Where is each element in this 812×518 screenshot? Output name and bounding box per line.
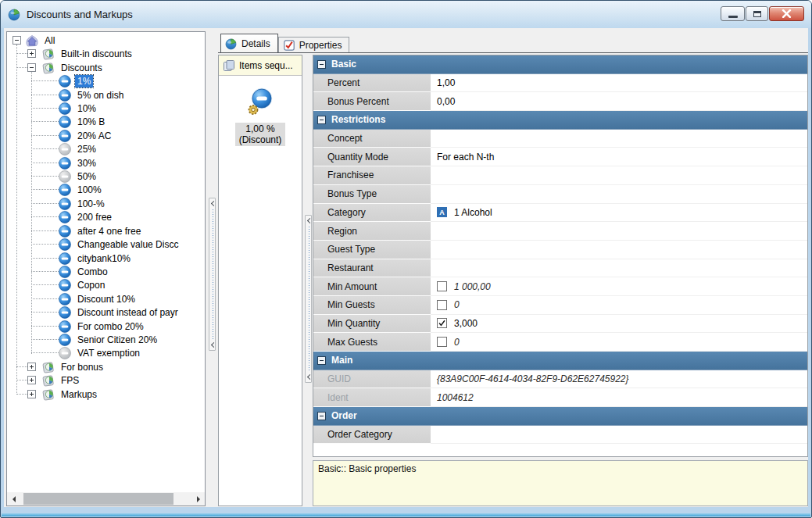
collapse-minus-icon[interactable] [27,63,36,72]
collapse-minus-icon[interactable] [13,36,21,45]
checkbox-unchecked-icon[interactable] [437,300,447,310]
section-header[interactable]: Main [313,352,807,370]
property-value-cell[interactable] [431,222,807,241]
tree-item-label[interactable]: 1% [75,75,93,88]
minimize-button[interactable] [721,6,745,21]
expand-plus-icon[interactable] [27,390,36,398]
collapse-section-icon[interactable] [317,412,326,420]
tree-item[interactable]: VAT exemption [9,346,203,359]
checkbox-unchecked-icon[interactable] [437,281,447,291]
tree-item-label[interactable]: 25% [75,143,98,155]
tree-item[interactable]: 200 free [9,210,203,223]
scrollbar-thumb[interactable] [23,493,173,505]
property-value-cell[interactable] [431,241,807,259]
tree-item[interactable]: Built-in discounts [9,47,203,60]
tree-item-label[interactable]: Discounts [59,62,105,74]
property-value-cell[interactable]: 0 [431,333,807,352]
property-value-cell[interactable] [431,130,807,148]
tree-item-label[interactable]: For bonus [59,361,106,373]
tree-item[interactable]: 5% on dish [9,88,203,102]
tree-item[interactable]: Discounts [9,61,203,74]
tree-item-label[interactable]: Built-in discounts [59,48,134,60]
tree-item[interactable]: after 4 one free [9,224,203,238]
scroll-left-button[interactable] [7,492,20,505]
property-value-cell[interactable] [431,426,807,445]
tree-item-label[interactable]: Discount instead of payr [75,306,181,319]
checkbox-checked-icon[interactable] [437,318,447,328]
close-button[interactable] [769,6,804,21]
collapse-section-icon[interactable] [317,116,326,124]
tree-item[interactable]: Discount instead of payr [9,305,203,319]
property-value-cell[interactable]: 1004612 [431,388,807,407]
scroll-right-button[interactable] [191,492,205,505]
tree-item-label[interactable]: 5% on dish [75,89,126,102]
property-value-cell[interactable]: For each N-th [431,148,807,166]
tree-item-label[interactable]: 100% [75,184,104,196]
expand-plus-icon[interactable] [27,376,36,384]
discount-item[interactable]: 1,00 % (Discount) [219,87,302,146]
section-header[interactable]: Basic [313,55,807,74]
tree-item-label[interactable]: Changeable value Discc [75,238,181,251]
tab-details[interactable]: Details [220,34,278,53]
section-header[interactable]: Restrictions [313,111,807,130]
checkbox-unchecked-icon[interactable] [437,337,447,347]
tree-item-label[interactable]: For combo 20% [75,320,146,333]
property-value-cell[interactable] [431,166,807,185]
tree-item[interactable]: 10% B [9,115,203,128]
tree-item[interactable]: 50% [9,170,203,183]
section-header[interactable]: Order [313,407,807,426]
tree-item[interactable]: 30% [9,156,203,170]
tree-item[interactable]: All [9,34,203,47]
tree-item-label[interactable]: Senior Citizen 20% [75,334,159,346]
property-value-cell[interactable]: 1 000,00 [431,277,807,296]
tree-item[interactable]: For combo 20% [9,320,203,333]
grid-splitter-handle[interactable] [305,215,312,383]
property-value-cell[interactable] [431,185,807,204]
tree-item[interactable]: Markups [9,388,203,401]
titlebar[interactable]: Discounts and Markups [1,1,811,28]
restore-button[interactable] [746,6,768,21]
tree-item-label[interactable]: 50% [75,170,98,183]
tree-item[interactable]: 100% [9,183,203,196]
collapse-section-icon[interactable] [317,356,326,365]
tree-item-label[interactable]: FPS [59,374,81,387]
tree-item-label[interactable]: Combo [75,266,110,278]
tree-item[interactable]: Combo [9,265,203,278]
tree-item[interactable]: 10% [9,102,203,115]
tree-item-label[interactable]: after 4 one free [75,225,143,238]
tree-item-label[interactable]: citybank10% [75,252,133,265]
tree-item-label[interactable]: VAT exemption [75,347,142,359]
property-value-cell[interactable]: {83A9C00F-4614-4034-82F9-D62E62745922} [431,370,807,389]
property-value-cell[interactable]: 3,000 [431,315,807,334]
tree-item[interactable]: For bonus [9,360,203,373]
tree-item-label[interactable]: 100-% [75,198,107,210]
tree-item-label[interactable]: 200 free [75,211,114,223]
tree-item[interactable]: Changeable value Discc [9,238,203,251]
tree-item[interactable]: Copon [9,278,203,291]
expand-plus-icon[interactable] [27,363,36,371]
tree-item-label[interactable]: 10% B [75,116,107,128]
property-value-cell[interactable]: A1 Alcohol [431,204,807,223]
tab-properties[interactable]: Properties [278,37,350,53]
tree-item[interactable]: FPS [9,373,203,387]
tree-item-label[interactable]: Copon [75,279,107,291]
tree-item[interactable]: citybank10% [9,252,203,265]
tree-item-label[interactable]: Discount 10% [75,293,138,305]
collapse-section-icon[interactable] [317,60,326,69]
tree-item-label[interactable]: 30% [75,157,98,170]
tree-splitter-handle[interactable] [209,198,216,351]
tree-horizontal-scrollbar[interactable] [7,492,205,505]
expand-plus-icon[interactable] [27,49,36,58]
tree-item-label[interactable]: 10% [75,102,98,115]
tree-item-label[interactable]: All [42,34,57,47]
tree-item[interactable]: 100-% [9,197,203,210]
tree-item[interactable]: 1% [9,74,203,88]
property-value-cell[interactable]: 0,00 [431,92,807,111]
tree-item-label[interactable]: 20% AC [75,130,113,142]
tree-item[interactable]: 25% [9,142,203,155]
tree-item-label[interactable]: Markups [59,388,99,401]
tree-item[interactable]: 20% AC [9,129,203,142]
property-value-cell[interactable] [431,259,807,278]
tree-item[interactable]: Senior Citizen 20% [9,333,203,346]
tree-item[interactable]: Discount 10% [9,292,203,305]
